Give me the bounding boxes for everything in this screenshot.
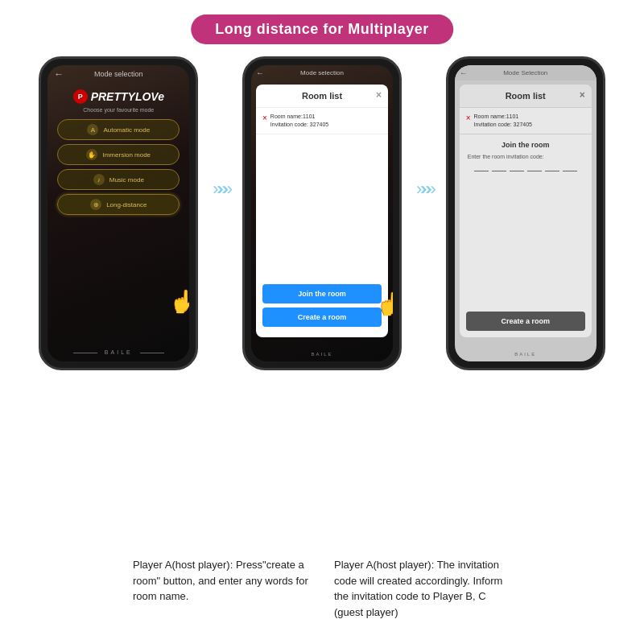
room-list-modal-3: Room list × × Room name:1101 Invitation …: [460, 85, 592, 337]
phone-1-subtitle: Choose your favourite mode: [47, 107, 189, 113]
description-col-2: Player A(host player): The invitation co…: [334, 557, 511, 620]
room-x-icon: ×: [262, 114, 267, 122]
description-1-text: Player A(host player): Press"create a ro…: [133, 557, 310, 605]
create-room-btn-3[interactable]: Create a room: [466, 312, 585, 331]
description-2-text: Player A(host player): The invitation co…: [334, 557, 511, 620]
modal-title: Room list: [302, 91, 342, 101]
automatic-mode-btn[interactable]: A Automatic mode: [57, 119, 180, 140]
header-title: Long distance for Multiplayer: [215, 21, 429, 37]
music-mode-btn[interactable]: ♪ Music mode: [57, 169, 180, 190]
phone-1: ← Mode selection P PRETTYLOVe Choose you…: [39, 56, 198, 370]
modal-actions: Join the room Create a room: [262, 284, 382, 331]
room-name-3: Room name:1101: [474, 113, 532, 121]
invitation-code-3: Invitation code: 327405: [474, 121, 532, 129]
arrow-2: »»»: [416, 179, 431, 200]
phone-3-back-icon: ←: [460, 68, 468, 77]
phone-3-footer: BAILE: [455, 352, 597, 357]
modal-close-btn[interactable]: ×: [376, 89, 382, 101]
phone-1-back-icon: ←: [54, 68, 64, 80]
room-name: Room name:1101: [270, 113, 328, 121]
phone-1-footer: BAILE: [47, 349, 189, 355]
phones-row: ← Mode selection P PRETTYLOVe Choose you…: [0, 56, 644, 370]
phone-1-topbar: ← Mode selection: [47, 65, 189, 83]
long-distance-icon: ⊕: [90, 199, 101, 210]
phone-1-title: Mode selection: [94, 70, 143, 78]
input-dash-3: [510, 171, 524, 171]
hand-pointer-2: 👆: [376, 291, 393, 317]
description-col-1: Player A(host player): Press"create a ro…: [133, 557, 310, 620]
immersion-icon: ✋: [86, 149, 97, 160]
input-dash-2: [492, 171, 506, 171]
join-room-section-title: Join the room: [468, 141, 584, 149]
bottom-descriptions: Player A(host player): Press"create a ro…: [0, 557, 644, 620]
phone-1-logo: P PRETTYLOVe: [47, 89, 189, 104]
music-label: Music mode: [109, 176, 144, 184]
room-info: Room name:1101 Invitation code: 327405: [270, 113, 328, 129]
room-item-3: × Room name:1101 Invitation code: 327405: [460, 108, 592, 134]
join-room-input: [468, 163, 584, 171]
room-list-modal: Room list × × Room name:1101 Invitation …: [256, 85, 388, 337]
automatic-icon: A: [87, 124, 98, 135]
phone-2-back-icon: ←: [256, 68, 264, 77]
phone-3-topbar: ← Mode Selection: [455, 65, 597, 80]
phone-1-screen: ← Mode selection P PRETTYLOVe Choose you…: [47, 65, 189, 361]
modal3-close-btn[interactable]: ×: [580, 89, 585, 101]
phone-3-screen: ← Mode Selection Room list × × Room name…: [455, 65, 597, 361]
create-room-btn[interactable]: Create a room: [262, 308, 382, 327]
join-room-label: Enter the room invitation code:: [468, 154, 584, 159]
chevron-right-icon: »»»: [213, 179, 228, 200]
room-info-3: Room name:1101 Invitation code: 327405: [474, 113, 532, 129]
modal-header: Room list ×: [256, 85, 388, 108]
join-room-btn[interactable]: Join the room: [262, 284, 382, 303]
room-item: × Room name:1101 Invitation code: 327405: [256, 108, 388, 134]
header-banner: Long distance for Multiplayer: [191, 14, 453, 44]
arrow-1: »»»: [213, 179, 228, 200]
modal3-header: Room list ×: [460, 85, 592, 108]
modal3-actions: Create a room: [466, 312, 585, 331]
phone-3-title: Mode Selection: [503, 69, 547, 76]
phone-2-topbar: ← Mode selection: [251, 65, 393, 80]
phone-2: ← Mode selection Room list × × Room name…: [242, 56, 402, 370]
automatic-label: Automatic mode: [103, 126, 150, 134]
modal3-title: Room list: [506, 91, 546, 101]
input-dash-1: [474, 171, 489, 171]
phone-2-footer: BAILE: [251, 352, 393, 357]
phone-2-title: Mode selection: [300, 69, 344, 76]
music-icon: ♪: [93, 174, 105, 185]
long-distance-mode-btn[interactable]: ⊕ Long-distance: [57, 194, 180, 215]
room3-x-icon: ×: [466, 114, 471, 122]
phone-2-screen: ← Mode selection Room list × × Room name…: [251, 65, 393, 361]
input-dash-4: [527, 171, 542, 171]
join-room-section: Join the room Enter the room invitation …: [460, 134, 592, 184]
prettylove-text: PRETTYLOVe: [91, 90, 164, 103]
immersion-label: Immersion mode: [102, 151, 151, 159]
invitation-code: Invitation code: 327405: [270, 121, 328, 129]
input-dash-5: [545, 171, 559, 171]
long-distance-label: Long-distance: [106, 201, 147, 208]
prettylove-icon: P: [73, 89, 88, 104]
immersion-mode-btn[interactable]: ✋ Immersion mode: [57, 144, 180, 165]
hand-pointer-1: 👆: [169, 288, 189, 315]
chevron-right-icon-2: »»»: [416, 179, 431, 200]
input-dash-6: [563, 171, 577, 171]
phone-3: ← Mode Selection Room list × × Room name…: [446, 56, 605, 370]
